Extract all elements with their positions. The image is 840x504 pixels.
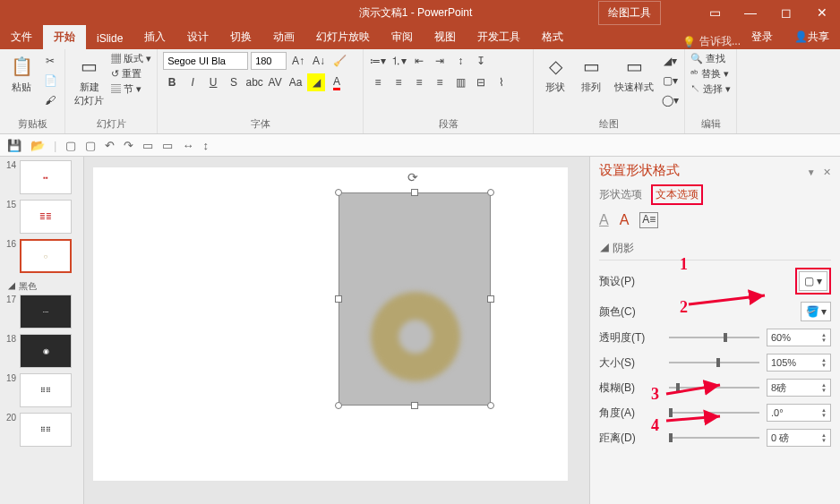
align-center-button[interactable]: ≡ [390,73,407,91]
align-text-button[interactable]: ⊟ [472,73,490,91]
slide-thumbnails-panel[interactable]: 14▪▪ 15≣≣ 16○ ◢ 黑色 17··· 18◉ 19⠿⠿ 20⠿⠿ [0,157,84,504]
qat-icon[interactable]: ↔ [182,139,193,152]
slide-thumb[interactable]: 16○ [4,239,80,273]
slide-thumb[interactable]: 19⠿⠿ [4,373,80,407]
paste-button[interactable]: 📋 粘贴 [5,52,38,96]
size-slider[interactable] [669,362,759,363]
font-color-button[interactable]: A [328,73,346,91]
slide-thumb[interactable]: 20⠿⠿ [4,413,80,447]
qat-icon[interactable]: ▭ [142,139,153,152]
slide-thumb[interactable]: 14▪▪ [4,160,80,194]
resize-handle[interactable] [335,402,342,409]
shrink-font-button[interactable]: A↓ [310,52,328,70]
open-icon[interactable]: 📂 [30,139,45,152]
tab-design[interactable]: 设计 [176,25,219,49]
maximize-button[interactable]: ◻ [768,0,804,25]
qat-icon[interactable]: ↕ [202,139,209,152]
section-header[interactable]: ◢ 黑色 [4,278,80,295]
copy-button[interactable]: 📄 [41,72,59,90]
arrange-button[interactable]: ▭排列 [575,52,607,96]
resize-handle[interactable] [411,402,418,409]
align-right-button[interactable]: ≡ [410,73,428,91]
font-name-select[interactable] [163,52,248,70]
resize-handle[interactable] [487,295,494,303]
pane-close-icon[interactable]: ✕ [823,167,831,177]
highlight-button[interactable]: ◢ [307,73,325,91]
tab-view[interactable]: 视图 [424,25,467,49]
blur-slider[interactable] [669,387,759,389]
transparency-input[interactable]: 60%▲▼ [767,329,831,346]
share-button[interactable]: 👤共享 [784,25,840,49]
resize-handle[interactable] [487,402,494,409]
qat-icon[interactable]: ▢ [85,139,96,152]
tab-home[interactable]: 开始 [43,25,86,49]
find-button[interactable]: 🔍 查找 [690,52,725,65]
blur-input[interactable]: 8磅▲▼ [767,379,831,397]
tab-shape-options[interactable]: 形状选项 [599,187,642,202]
tab-transitions[interactable]: 切换 [219,25,262,49]
slide-thumb[interactable]: 18◉ [4,334,80,368]
rotate-handle-icon[interactable]: ⟳ [407,170,418,184]
resize-handle[interactable] [487,189,494,196]
italic-button[interactable]: I [184,73,201,91]
spacing-button[interactable]: AV [266,73,284,91]
new-slide-button[interactable]: ▭ 新建 幻灯片 [71,52,107,109]
reset-button[interactable]: ↺ 重置 [111,67,151,81]
resize-handle[interactable] [335,295,342,303]
tab-format[interactable]: 格式 [531,25,574,49]
dedent-button[interactable]: ⇤ [410,52,428,70]
shadow-color-dropdown[interactable]: 🪣▾ [801,302,831,321]
text-fill-icon[interactable]: A [599,212,609,228]
tell-me-search[interactable]: 💡告诉我... [682,34,741,49]
textbox-icon[interactable]: A≡ [639,212,658,228]
distance-slider[interactable] [669,437,759,439]
slide-thumb[interactable]: 17··· [4,295,80,329]
replace-button[interactable]: ᵃᵇ 替换 ▾ [690,67,729,81]
align-left-button[interactable]: ≡ [369,73,387,91]
distance-input[interactable]: 0 磅▲▼ [767,429,831,447]
shape-effects-button[interactable]: ◯▾ [661,91,679,109]
resize-handle[interactable] [335,189,342,196]
save-icon[interactable]: 💾 [7,139,21,152]
tab-slideshow[interactable]: 幻灯片放映 [305,25,381,49]
smartart-button[interactable]: ⌇ [493,73,510,91]
qat-icon[interactable]: ▭ [162,139,173,152]
shape-fill-button[interactable]: ◢▾ [661,52,679,70]
preset-dropdown[interactable]: ▢ ▾ [799,271,827,291]
clear-format-button[interactable]: 🧹 [330,52,348,70]
cut-button[interactable]: ✂ [41,52,59,70]
resize-handle[interactable] [411,189,418,196]
bullets-button[interactable]: ≔▾ [369,52,387,70]
justify-button[interactable]: ≡ [431,73,449,91]
change-case-button[interactable]: Aa [287,73,304,91]
tab-file[interactable]: 文件 [0,25,43,49]
tab-insert[interactable]: 插入 [133,25,176,49]
columns-button[interactable]: ▥ [451,73,469,91]
angle-input[interactable]: .0°▲▼ [767,404,831,422]
strike-button[interactable]: S [225,73,243,91]
tab-text-options[interactable]: 文本选项 [656,188,699,201]
redo-icon[interactable]: ↷ [124,139,133,152]
shadow-section-header[interactable]: ◢ 阴影 [599,237,831,261]
shadow-button[interactable]: abc [245,73,263,91]
shape-outline-button[interactable]: ▢▾ [661,72,679,90]
qat-icon[interactable]: ▢ [65,139,76,152]
minimize-button[interactable]: — [733,0,768,25]
grow-font-button[interactable]: A↑ [289,52,307,70]
format-painter-button[interactable]: 🖌 [41,91,59,109]
select-button[interactable]: ↖ 选择 ▾ [690,82,731,96]
layout-button[interactable]: ▦ 版式 ▾ [111,52,151,65]
transparency-slider[interactable] [669,337,759,338]
numbering-button[interactable]: ⒈▾ [390,52,407,70]
selected-shape[interactable]: ⟳ [339,192,491,406]
quick-styles-button[interactable]: ▭快速样式 [611,52,657,96]
tab-animations[interactable]: 动画 [262,25,305,49]
bold-button[interactable]: B [163,73,181,91]
text-effects-icon[interactable]: A [620,212,630,228]
size-input[interactable]: 105%▲▼ [767,354,831,372]
close-button[interactable]: ✕ [804,0,840,25]
font-size-select[interactable] [251,52,287,70]
undo-icon[interactable]: ↶ [105,139,115,152]
tab-islide[interactable]: iSlide [86,28,133,49]
tab-developer[interactable]: 开发工具 [467,25,531,49]
